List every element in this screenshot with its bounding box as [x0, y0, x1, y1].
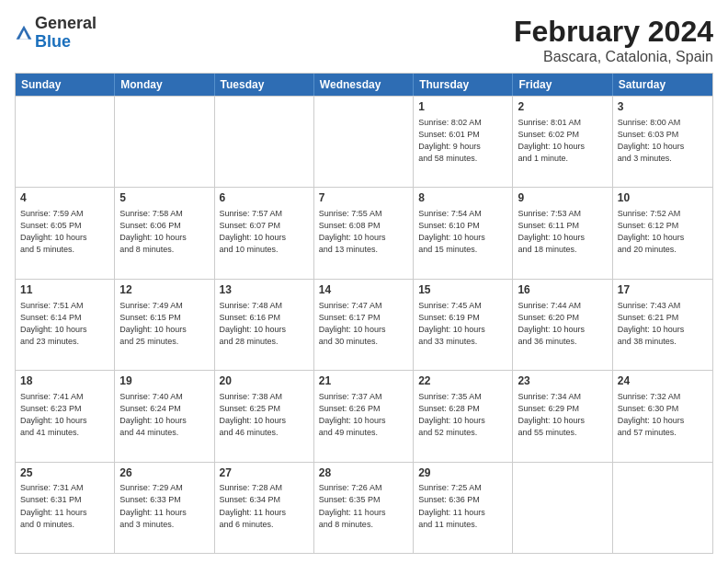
cal-cell: 26Sunrise: 7:29 AM Sunset: 6:33 PM Dayli… [115, 463, 214, 553]
day-info: Sunrise: 7:31 AM Sunset: 6:31 PM Dayligh… [20, 482, 109, 530]
day-number: 17 [618, 282, 708, 298]
cal-cell: 7Sunrise: 7:55 AM Sunset: 6:08 PM Daylig… [314, 188, 414, 278]
header: General Blue February 2024 Bascara, Cata… [15, 15, 713, 65]
cal-cell: 18Sunrise: 7:41 AM Sunset: 6:23 PM Dayli… [16, 371, 115, 461]
cal-cell: 29Sunrise: 7:25 AM Sunset: 6:36 PM Dayli… [414, 463, 513, 553]
cal-cell: 3Sunrise: 8:00 AM Sunset: 6:03 PM Daylig… [613, 97, 712, 187]
day-number: 15 [418, 282, 507, 298]
calendar-title: February 2024 [514, 15, 713, 49]
cal-cell: 12Sunrise: 7:49 AM Sunset: 6:15 PM Dayli… [115, 280, 214, 370]
day-info: Sunrise: 7:55 AM Sunset: 6:08 PM Dayligh… [319, 208, 408, 256]
day-info: Sunrise: 7:52 AM Sunset: 6:12 PM Dayligh… [618, 208, 708, 256]
day-info: Sunrise: 7:26 AM Sunset: 6:35 PM Dayligh… [319, 482, 408, 530]
day-number: 22 [418, 373, 507, 389]
day-info: Sunrise: 7:59 AM Sunset: 6:05 PM Dayligh… [20, 208, 109, 256]
day-number: 2 [518, 99, 607, 115]
day-info: Sunrise: 7:35 AM Sunset: 6:28 PM Dayligh… [418, 391, 507, 439]
cal-header-cell-thursday: Thursday [414, 74, 513, 96]
cal-header-cell-monday: Monday [115, 74, 214, 96]
day-info: Sunrise: 7:48 AM Sunset: 6:16 PM Dayligh… [220, 300, 309, 348]
cal-cell: 28Sunrise: 7:26 AM Sunset: 6:35 PM Dayli… [314, 463, 414, 553]
cal-cell [215, 97, 314, 187]
day-number: 26 [119, 465, 209, 481]
day-number: 5 [119, 190, 209, 206]
cal-cell: 17Sunrise: 7:43 AM Sunset: 6:21 PM Dayli… [613, 280, 712, 370]
day-info: Sunrise: 7:45 AM Sunset: 6:19 PM Dayligh… [418, 300, 507, 348]
day-number: 28 [319, 465, 408, 481]
cal-cell [16, 97, 115, 187]
day-number: 29 [418, 465, 507, 481]
day-number: 21 [319, 373, 408, 389]
cal-cell: 16Sunrise: 7:44 AM Sunset: 6:20 PM Dayli… [513, 280, 612, 370]
day-number: 11 [20, 282, 109, 298]
cal-cell: 25Sunrise: 7:31 AM Sunset: 6:31 PM Dayli… [16, 463, 115, 553]
day-number: 14 [319, 282, 408, 298]
day-info: Sunrise: 7:54 AM Sunset: 6:10 PM Dayligh… [418, 208, 507, 256]
cal-cell: 19Sunrise: 7:40 AM Sunset: 6:24 PM Dayli… [115, 371, 214, 461]
day-info: Sunrise: 8:02 AM Sunset: 6:01 PM Dayligh… [418, 117, 507, 165]
day-number: 4 [20, 190, 109, 206]
day-number: 24 [618, 373, 708, 389]
logo-icon [15, 24, 33, 42]
cal-header-cell-saturday: Saturday [613, 74, 712, 96]
cal-cell: 2Sunrise: 8:01 AM Sunset: 6:02 PM Daylig… [513, 97, 612, 187]
cal-cell: 9Sunrise: 7:53 AM Sunset: 6:11 PM Daylig… [513, 188, 612, 278]
cal-cell: 15Sunrise: 7:45 AM Sunset: 6:19 PM Dayli… [414, 280, 513, 370]
cal-cell: 24Sunrise: 7:32 AM Sunset: 6:30 PM Dayli… [613, 371, 712, 461]
day-info: Sunrise: 7:29 AM Sunset: 6:33 PM Dayligh… [119, 482, 209, 530]
day-number: 8 [418, 190, 507, 206]
cal-header-cell-wednesday: Wednesday [314, 74, 414, 96]
cal-header-cell-sunday: Sunday [16, 74, 115, 96]
cal-cell [115, 97, 214, 187]
day-number: 9 [518, 190, 607, 206]
day-number: 25 [20, 465, 109, 481]
cal-cell [513, 463, 612, 553]
cal-cell: 5Sunrise: 7:58 AM Sunset: 6:06 PM Daylig… [115, 188, 214, 278]
day-info: Sunrise: 7:47 AM Sunset: 6:17 PM Dayligh… [319, 300, 408, 348]
calendar-body: 1Sunrise: 8:02 AM Sunset: 6:01 PM Daylig… [16, 96, 712, 553]
cal-cell: 10Sunrise: 7:52 AM Sunset: 6:12 PM Dayli… [613, 188, 712, 278]
day-info: Sunrise: 7:40 AM Sunset: 6:24 PM Dayligh… [119, 391, 209, 439]
cal-cell: 27Sunrise: 7:28 AM Sunset: 6:34 PM Dayli… [215, 463, 314, 553]
title-block: February 2024 Bascara, Catalonia, Spain [514, 15, 713, 65]
calendar-header: SundayMondayTuesdayWednesdayThursdayFrid… [16, 74, 712, 96]
day-info: Sunrise: 7:38 AM Sunset: 6:25 PM Dayligh… [220, 391, 309, 439]
day-number: 23 [518, 373, 607, 389]
day-info: Sunrise: 7:44 AM Sunset: 6:20 PM Dayligh… [518, 300, 607, 348]
day-info: Sunrise: 7:43 AM Sunset: 6:21 PM Dayligh… [618, 300, 708, 348]
day-number: 20 [220, 373, 309, 389]
day-number: 1 [418, 99, 507, 115]
calendar: SundayMondayTuesdayWednesdayThursdayFrid… [15, 73, 713, 554]
cal-cell: 22Sunrise: 7:35 AM Sunset: 6:28 PM Dayli… [414, 371, 513, 461]
cal-cell: 21Sunrise: 7:37 AM Sunset: 6:26 PM Dayli… [314, 371, 414, 461]
logo-general-text: General [35, 15, 97, 33]
cal-week-0: 1Sunrise: 8:02 AM Sunset: 6:01 PM Daylig… [16, 96, 712, 187]
day-number: 18 [20, 373, 109, 389]
cal-cell: 20Sunrise: 7:38 AM Sunset: 6:25 PM Dayli… [215, 371, 314, 461]
cal-week-4: 25Sunrise: 7:31 AM Sunset: 6:31 PM Dayli… [16, 462, 712, 553]
day-number: 7 [319, 190, 408, 206]
day-number: 19 [119, 373, 209, 389]
day-info: Sunrise: 7:34 AM Sunset: 6:29 PM Dayligh… [518, 391, 607, 439]
cal-header-cell-friday: Friday [513, 74, 612, 96]
cal-week-1: 4Sunrise: 7:59 AM Sunset: 6:05 PM Daylig… [16, 187, 712, 278]
cal-cell: 6Sunrise: 7:57 AM Sunset: 6:07 PM Daylig… [215, 188, 314, 278]
day-info: Sunrise: 7:32 AM Sunset: 6:30 PM Dayligh… [618, 391, 708, 439]
cal-cell: 4Sunrise: 7:59 AM Sunset: 6:05 PM Daylig… [16, 188, 115, 278]
cal-cell: 13Sunrise: 7:48 AM Sunset: 6:16 PM Dayli… [215, 280, 314, 370]
cal-week-2: 11Sunrise: 7:51 AM Sunset: 6:14 PM Dayli… [16, 279, 712, 370]
day-info: Sunrise: 7:58 AM Sunset: 6:06 PM Dayligh… [119, 208, 209, 256]
day-info: Sunrise: 7:25 AM Sunset: 6:36 PM Dayligh… [418, 482, 507, 530]
day-number: 13 [220, 282, 309, 298]
cal-cell [314, 97, 414, 187]
cal-cell [613, 463, 712, 553]
day-number: 16 [518, 282, 607, 298]
cal-cell: 8Sunrise: 7:54 AM Sunset: 6:10 PM Daylig… [414, 188, 513, 278]
day-number: 6 [220, 190, 309, 206]
cal-cell: 23Sunrise: 7:34 AM Sunset: 6:29 PM Dayli… [513, 371, 612, 461]
logo-blue-text: Blue [35, 33, 97, 52]
day-number: 3 [618, 99, 708, 115]
day-info: Sunrise: 7:57 AM Sunset: 6:07 PM Dayligh… [220, 208, 309, 256]
cal-week-3: 18Sunrise: 7:41 AM Sunset: 6:23 PM Dayli… [16, 370, 712, 461]
calendar-subtitle: Bascara, Catalonia, Spain [514, 49, 713, 65]
